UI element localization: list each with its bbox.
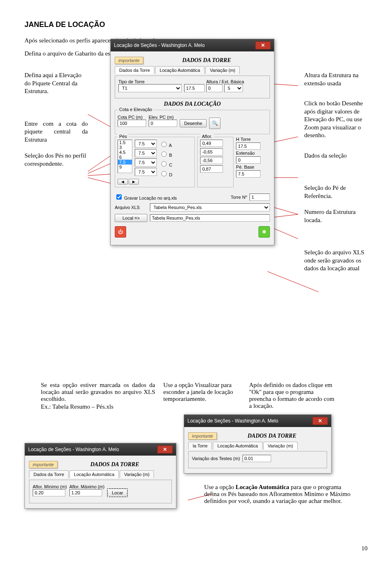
dialog-auto: Locação de Seções - Washington A. Melo ✕…: [24, 443, 176, 509]
panel-dados-torre: Tipo de Torre T1 Altura / Ext. Básica 5: [115, 76, 270, 98]
note-bottom-right: Após definido os dados clique em "Ok" pa…: [249, 382, 335, 410]
aflor-min-label: Aflor. Mínimo (m): [33, 484, 67, 489]
aflor-max-input[interactable]: [69, 489, 102, 496]
ok-icon[interactable]: ✽: [258, 226, 270, 238]
pebase-label: Pé. Base: [236, 165, 270, 169]
group-cota-elevacao: Cota e Elevação Cota PC (m) Elev. PC (m)…: [115, 110, 270, 134]
dialog-title: Locação de Seções - Washington A. Melo: [114, 42, 205, 48]
section-header-3: DADOS DA TORRE: [58, 461, 172, 468]
tab3-1[interactable]: Dados da Torre: [29, 470, 69, 478]
close-icon-2[interactable]: ✕: [312, 417, 328, 425]
ext-label: Extensão: [236, 151, 270, 156]
altura-val-3-select[interactable]: 5: [224, 84, 243, 92]
note-right-1: Altura da Estrutura na extensão usada: [304, 71, 368, 87]
section-header-2: DADOS DA TORRE: [217, 433, 327, 439]
importante-3[interactable]: importante: [29, 461, 58, 468]
dialog-main: Locação de Seções - Washington A. Melo ✕…: [110, 39, 274, 245]
elev-label: Elev. PC (m): [149, 115, 177, 120]
sel-b[interactable]: 7.5: [135, 149, 157, 157]
aflor-b: [200, 148, 223, 156]
titlebar-2[interactable]: Locação de Seções - Washington A. Melo ✕: [184, 415, 331, 427]
arquivo-select[interactable]: Tabela Resumo_Pes.xls: [150, 203, 270, 211]
group-cota-title: Cota e Elevação: [118, 107, 154, 112]
tab2-1[interactable]: la Torre: [188, 442, 212, 449]
note-left-1: Defina aqui a Elevação do Piquete Centra…: [24, 71, 88, 96]
titlebar-3[interactable]: Locação de Seções - Washington A. Melo ✕: [25, 443, 176, 456]
dialog-variacao: Locação de Seções - Washington A. Melo ✕…: [184, 414, 332, 474]
scroll-left-icon[interactable]: ◄: [118, 179, 128, 185]
close-icon-3[interactable]: ✕: [157, 445, 173, 454]
aflor-a: [200, 140, 223, 147]
tab3-3[interactable]: Variação (m): [120, 470, 154, 478]
radio-d[interactable]: D: [159, 170, 172, 177]
elev-input[interactable]: [149, 120, 177, 127]
sel-a[interactable]: 7.5: [135, 140, 157, 148]
note-auto: Use a opção Locação Automática para que …: [204, 484, 351, 505]
sel-d[interactable]: 7.5: [135, 168, 157, 176]
section-header-torre: DADOS DA TORRE: [143, 57, 270, 64]
tipo-torre-select[interactable]: T1: [118, 84, 182, 92]
pes-title: Pés: [118, 134, 129, 139]
ext-val: [236, 156, 261, 164]
page-number: 10: [24, 545, 368, 552]
gravar-checkbox[interactable]: Gravar Locação no arq.xls: [115, 193, 177, 201]
tabstrip: Dados da Torre Locação Automática Variaç…: [115, 66, 270, 74]
var-label: Variação dos Testes (m): [192, 456, 240, 461]
htorre-label: H Torre: [236, 137, 270, 142]
page-title: JANELA DE LOCAÇÃO: [24, 20, 368, 29]
importante-button[interactable]: importante: [115, 57, 143, 64]
note-right-4: Seleção do Pé de Referência.: [304, 184, 368, 200]
tab3-2[interactable]: Locação Automática: [69, 470, 119, 478]
radio-c[interactable]: C: [159, 160, 172, 167]
group-pes: Pés 1.5 3 4.5 6 7.5 9 7.5 7.5: [115, 137, 195, 187]
radio-a[interactable]: A: [159, 140, 172, 148]
var-input[interactable]: [243, 455, 271, 462]
locar-button[interactable]: Locar: [107, 488, 128, 497]
altura-val-2[interactable]: [206, 84, 223, 92]
scroll-right-icon[interactable]: ►: [129, 179, 139, 185]
power-icon[interactable]: ⏻: [115, 226, 126, 238]
tab-locacao-auto[interactable]: Locação Automática: [155, 66, 205, 74]
aflor-max-label: Aflor. Máximo (m): [69, 484, 105, 489]
note-right-2: Click no botão Desenhe após digitar valo…: [304, 100, 368, 140]
radio-b[interactable]: B: [159, 150, 172, 158]
note-right-5: Numero da Estrutura locada.: [304, 208, 368, 224]
arquivo-label: Arquivo XLS: [115, 205, 147, 210]
close-icon[interactable]: ✕: [255, 41, 271, 49]
group-aflor: Aflor.: [197, 137, 234, 187]
aflor-min-input[interactable]: [33, 489, 65, 496]
torre-no-label: Torre Nº: [231, 195, 247, 200]
aflor-title: Aflor.: [200, 134, 214, 139]
torre-no-input[interactable]: [249, 194, 270, 201]
note-bottom-center: Use a opção Visualizar para esconder a j…: [163, 382, 241, 410]
pes-listbox[interactable]: 1.5 3 4.5 6 7.5 9: [118, 140, 132, 173]
note-bottom-left: Se esta opção estiver marcada os dados d…: [41, 382, 155, 410]
tipo-torre-label: Tipo de Torre: [118, 79, 182, 84]
tab-variacao[interactable]: Variação (m): [205, 66, 240, 74]
titlebar[interactable]: Locação de Seções - Washington A. Melo ✕: [111, 39, 274, 51]
desenhe-button[interactable]: Desenhe: [180, 119, 207, 127]
aflor-c: [200, 157, 223, 164]
dialog3-title: Locação de Seções - Washington A. Melo: [28, 447, 119, 452]
note-right-3: Dados da seleção: [304, 152, 368, 160]
cota-input[interactable]: [118, 120, 146, 127]
zoom-icon[interactable]: 🔍: [209, 118, 220, 129]
tab2-3[interactable]: Variação (m): [263, 442, 298, 449]
section-header-locacao: DADOS DA LOCAÇÃO: [115, 101, 270, 107]
note-left-3: Seleção dos Pés no perfil correspondente…: [24, 152, 88, 168]
aflor-d: [200, 165, 223, 173]
note-right-6: Seleção do arquivo XLS onde serão gravad…: [304, 249, 368, 273]
cota-label: Cota PC (m): [118, 115, 146, 120]
importante-2[interactable]: importante: [188, 432, 217, 440]
altura-val-1[interactable]: [184, 84, 205, 92]
local-button[interactable]: Local =>: [115, 214, 147, 222]
altura-label: Altura / Ext. Básica: [184, 79, 266, 84]
note-left-2: Entre com a cota do piquete central da E…: [24, 120, 88, 144]
htorre-val: [236, 142, 261, 150]
pebase-val: [236, 170, 261, 178]
local-input[interactable]: [150, 214, 270, 222]
tab-dados-torre[interactable]: Dados da Torre: [115, 66, 154, 74]
sel-c[interactable]: 7.5: [135, 158, 157, 167]
tab2-2[interactable]: Locação Automática: [213, 442, 262, 449]
dialog2-title: Locação de Seções - Washington A. Melo: [187, 418, 278, 424]
